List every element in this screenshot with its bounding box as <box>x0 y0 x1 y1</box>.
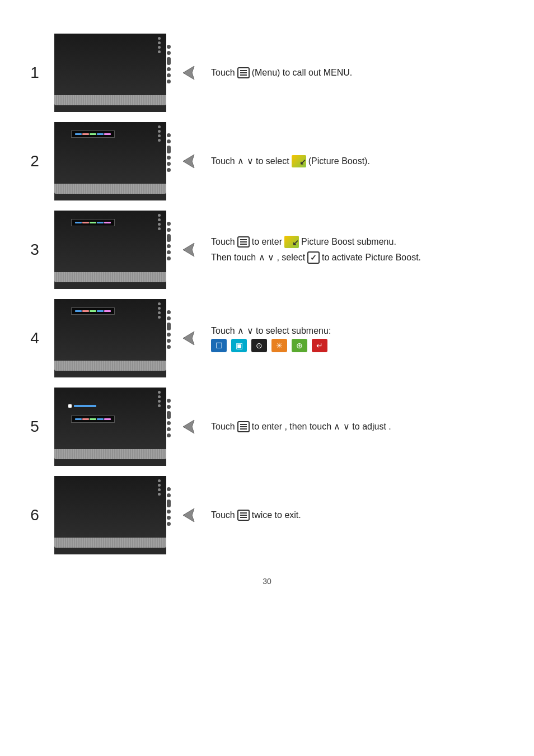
mini-bar <box>104 310 111 312</box>
side-btn <box>167 516 171 520</box>
monitor-base-1 <box>54 95 166 105</box>
side-btn <box>167 73 171 77</box>
monitor-screen-2 <box>54 122 166 184</box>
top-dots-1 <box>158 37 161 53</box>
instruction-line-1: Touch (Menu) to call out MENU. <box>211 66 508 80</box>
side-btn <box>167 487 171 491</box>
mini-bar <box>75 310 82 312</box>
text-touch-2: Touch ∧ ∨ to select <box>211 155 289 168</box>
menu-bar-3 <box>71 219 115 226</box>
step-number-6: 6 <box>26 506 43 524</box>
sub-icon-dark: ⊙ <box>251 339 267 352</box>
monitor-2 <box>54 122 166 200</box>
text-then-3: Then touch ∧ ∨ , select <box>211 251 305 264</box>
monitor-base-2 <box>54 184 166 194</box>
monitor-frame-4 <box>54 299 166 377</box>
monitor-screen-3 <box>54 211 166 272</box>
side-btn <box>167 333 171 337</box>
monitor-4 <box>54 299 166 377</box>
monitor-base-3 <box>54 272 166 282</box>
side-btn <box>167 493 171 497</box>
bar-vis-5 <box>75 418 111 420</box>
side-btn <box>167 256 171 260</box>
instruction-line-5: Touch to enter , then touch ∧ ∨ to adjus… <box>211 420 508 433</box>
step-number-1: 1 <box>26 64 43 82</box>
monitor-frame-3 <box>54 211 166 289</box>
step-row-6: 6 <box>26 476 508 554</box>
sub-icon-gamma: ↵ <box>312 339 327 352</box>
pb-icon-3 <box>284 236 299 248</box>
top-dot <box>158 130 161 133</box>
top-dot <box>158 307 161 310</box>
arrow-5 <box>177 416 200 438</box>
top-dot <box>158 311 161 314</box>
text-touch-1: Touch <box>211 66 235 80</box>
side-btn <box>167 162 171 166</box>
arrow-icon-5 <box>179 417 199 437</box>
instruction-line-6: Touch twice to exit. <box>211 508 508 522</box>
submenu-icons-4: ☐ ▣ ⊙ ✳ ⊕ ↵ <box>211 339 508 352</box>
text-activate-3: to activate Picture Boost. <box>322 251 421 264</box>
mini-bar <box>75 133 82 135</box>
arrow-2 <box>177 150 200 172</box>
steps-container: 1 <box>26 34 508 554</box>
arrow-1 <box>177 62 200 84</box>
instruction-1: Touch (Menu) to call out MENU. <box>211 66 508 80</box>
mini-bar <box>75 418 82 420</box>
mini-bar <box>97 222 104 223</box>
menu-bar-2 <box>71 130 115 138</box>
monitor-screen-1 <box>54 34 166 95</box>
instruction-2: Touch ∧ ∨ to select (Picture Boost). <box>211 155 508 168</box>
svg-marker-2 <box>183 243 194 256</box>
arrow-4 <box>177 327 200 349</box>
page-number: 30 <box>263 577 271 586</box>
mini-bar <box>82 418 89 420</box>
top-dot <box>158 488 161 491</box>
bar-vis-4 <box>75 310 111 312</box>
mini-bar <box>104 418 111 420</box>
arrow-icon-6 <box>179 505 199 525</box>
monitor-frame-1 <box>54 34 166 112</box>
svg-marker-0 <box>183 66 194 80</box>
top-dot <box>158 316 161 319</box>
top-dots-5 <box>158 391 161 407</box>
side-btn <box>167 45 171 49</box>
step-number-5: 5 <box>26 418 43 436</box>
top-dots-6 <box>158 479 161 496</box>
menu-bar-5 <box>71 416 115 423</box>
monitor-frame-6 <box>54 476 166 554</box>
side-buttons-3 <box>167 222 171 260</box>
monitor-screen-6 <box>54 476 166 538</box>
side-btn <box>167 168 171 172</box>
text-enter-3: to enter <box>252 235 282 249</box>
text-touch-3: Touch <box>211 235 235 249</box>
check-icon-3 <box>307 251 320 264</box>
svg-marker-5 <box>183 508 194 522</box>
arrow-icon-1 <box>179 63 199 83</box>
side-btn <box>167 51 171 55</box>
side-btn <box>167 345 171 349</box>
step-row-3: 3 <box>26 211 508 289</box>
menu-item-5 <box>75 418 111 420</box>
text-enter-5: to enter , then touch ∧ ∨ to adjust . <box>252 420 391 433</box>
step-row-5: 5 <box>26 388 508 466</box>
mini-bar <box>82 310 89 312</box>
side-btn <box>167 421 171 425</box>
top-dot <box>158 302 161 305</box>
menu-bar-4 <box>71 307 115 315</box>
menu-icon-3 <box>237 236 250 248</box>
sub-icon-plus: ⊕ <box>292 339 307 352</box>
step-number-2: 2 <box>26 152 43 170</box>
top-dots-2 <box>158 125 161 142</box>
bar-vis-3 <box>75 222 111 223</box>
top-dot <box>158 218 161 221</box>
top-dots-3 <box>158 214 161 230</box>
top-dot <box>158 391 161 394</box>
side-buttons-5 <box>167 399 171 437</box>
monitor-3 <box>54 211 166 289</box>
top-dot <box>158 41 161 44</box>
side-buttons-2 <box>167 133 171 172</box>
monitor-base-4 <box>54 361 166 371</box>
monitor-base-5 <box>54 449 166 459</box>
pb-icon-2 <box>292 155 306 167</box>
